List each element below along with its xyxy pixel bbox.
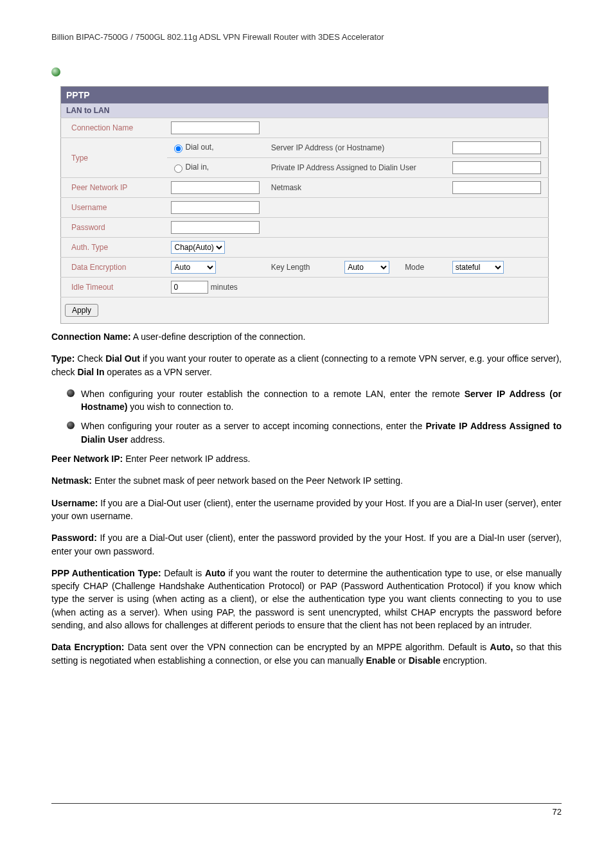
auth-type-select[interactable]: Chap(Auto) <box>171 241 225 254</box>
server-ip-label: Server IP Address (or Hostname) <box>267 138 449 158</box>
para-data-encryption: Data Encryption: Data sent over the VPN … <box>51 641 562 667</box>
key-length-select[interactable]: Auto <box>344 261 389 274</box>
table-title: PPTP <box>61 87 549 104</box>
private-ip-input[interactable] <box>452 161 541 174</box>
idle-timeout-label: Idle Timeout <box>61 278 168 297</box>
connection-name-label: Connection Name <box>61 118 168 138</box>
server-ip-input[interactable] <box>452 141 541 154</box>
para-peer-network: Peer Network IP: Enter Peer network IP a… <box>51 452 562 465</box>
auth-type-label: Auth. Type <box>61 238 168 258</box>
connection-name-input[interactable] <box>171 121 260 134</box>
para-connection-name: Connection Name: A user-define descripti… <box>51 330 562 343</box>
idle-timeout-input[interactable] <box>171 281 208 294</box>
mode-label: Mode <box>401 258 449 278</box>
para-username: Username: If you are a Dial-Out user (cl… <box>51 497 562 523</box>
netmask-label: Netmask <box>267 178 449 198</box>
dial-in-radio[interactable]: Dial in, <box>171 163 209 172</box>
data-enc-label: Data Encryption <box>61 258 168 278</box>
pptp-config-table: PPTP LAN to LAN Connection Name Type Dia… <box>60 86 549 324</box>
page-number: 72 <box>553 807 562 817</box>
running-header: Billion BIPAC-7500G / 7500GL 802.11g ADS… <box>51 32 562 42</box>
idle-unit: minutes <box>211 283 238 292</box>
private-ip-label: Private IP Address Assigned to Dialin Us… <box>267 158 449 178</box>
dial-out-radio[interactable]: Dial out, <box>171 143 213 152</box>
peer-network-label: Peer Network IP <box>61 178 168 198</box>
para-auth-type: PPP Authentication Type: Default is Auto… <box>51 567 562 632</box>
bullet-dialout: When configuring your router establish t… <box>67 387 562 414</box>
bullet-icon <box>67 421 75 429</box>
netmask-input[interactable] <box>452 181 541 194</box>
para-password: Password: If you are a Dial-Out user (cl… <box>51 531 562 558</box>
password-label: Password <box>61 218 168 238</box>
username-label: Username <box>61 198 168 218</box>
table-subtitle: LAN to LAN <box>61 103 549 118</box>
bullet-dialin: When configuring your router as a server… <box>67 420 562 446</box>
mode-select[interactable]: stateful <box>452 261 504 274</box>
data-enc-select[interactable]: Auto <box>171 261 216 274</box>
peer-network-input[interactable] <box>171 181 260 194</box>
apply-button[interactable]: Apply <box>65 304 98 317</box>
footer-line <box>51 803 562 804</box>
type-label: Type <box>61 138 168 178</box>
para-netmask: Netmask: Enter the subnet mask of peer n… <box>51 474 562 487</box>
bullet-icon <box>67 389 75 397</box>
para-type: Type: Check Dial Out if you want your ro… <box>51 352 562 378</box>
key-length-label: Key Length <box>267 258 341 278</box>
globe-icon <box>51 67 60 76</box>
username-input[interactable] <box>171 201 260 214</box>
password-input[interactable] <box>171 221 260 234</box>
